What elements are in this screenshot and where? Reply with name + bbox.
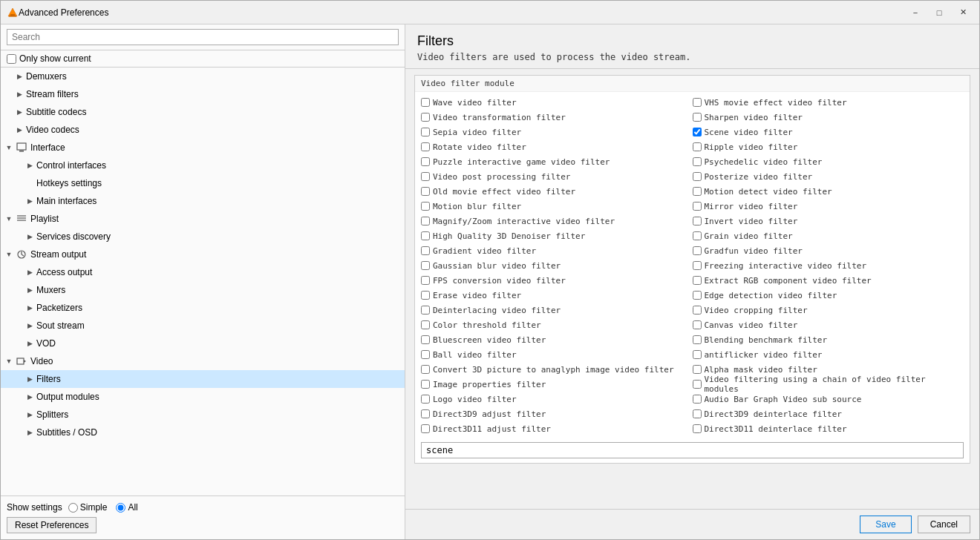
- close-button[interactable]: ✕: [953, 5, 973, 20]
- filter-posterize-label: Posterize video filter: [705, 172, 813, 182]
- filter-blending-checkbox[interactable]: [693, 335, 702, 344]
- filter-d3d9-deinterlace-checkbox[interactable]: [693, 409, 702, 418]
- filter-antiflicker-checkbox[interactable]: [693, 350, 702, 359]
- filter-color-threshold-checkbox[interactable]: [421, 320, 430, 329]
- filter-d3d9-deinterlace-label: Direct3D9 deinterlace filter: [705, 409, 842, 419]
- filter-d3d11-adjust-checkbox[interactable]: [421, 424, 430, 433]
- search-input[interactable]: [7, 29, 399, 45]
- filter-vhs-label: VHS movie effect video filter: [705, 98, 847, 108]
- filter-scene-checkbox[interactable]: [693, 128, 702, 136]
- sidebar-item-filters[interactable]: ▶ Filters: [1, 370, 405, 388]
- filter-extract-rgb-checkbox[interactable]: [693, 276, 702, 285]
- filter-logo-checkbox[interactable]: [421, 395, 430, 404]
- sidebar-item-services-discovery[interactable]: ▶ Services discovery: [1, 228, 405, 246]
- filter-fps-checkbox[interactable]: [421, 276, 430, 285]
- sidebar-item-stream-output[interactable]: ▼ Stream output: [1, 246, 405, 263]
- filter-gradient-checkbox[interactable]: [421, 246, 430, 255]
- minimize-button[interactable]: −: [905, 5, 926, 20]
- filter-anaglyph-checkbox[interactable]: [421, 365, 430, 374]
- filter-vpp-checkbox[interactable]: [421, 172, 430, 181]
- filter-canvas-checkbox[interactable]: [693, 320, 702, 329]
- filter-sharpen-checkbox[interactable]: [693, 113, 702, 122]
- filter-rotate-checkbox[interactable]: [421, 142, 430, 151]
- sidebar-item-output-modules[interactable]: ▶ Output modules: [1, 388, 405, 406]
- sidebar-item-vod[interactable]: ▶ VOD: [1, 335, 405, 352]
- simple-radio[interactable]: [68, 503, 78, 513]
- filter-alpha-mask-checkbox[interactable]: [693, 365, 702, 374]
- sidebar-item-video[interactable]: ▼ Video: [1, 352, 405, 370]
- filter-erase: Erase video filter: [421, 288, 693, 303]
- filter-puzzle-checkbox[interactable]: [421, 157, 430, 166]
- sidebar-item-splitters[interactable]: ▶ Splitters: [1, 406, 405, 424]
- filter-old-movie-checkbox[interactable]: [421, 187, 430, 196]
- sidebar-item-control-interfaces[interactable]: ▶ Control interfaces: [1, 157, 405, 174]
- sidebar-item-subtitle-codecs[interactable]: ▶ Subtitle codecs: [1, 103, 405, 121]
- sidebar-item-stream-filters[interactable]: ▶ Stream filters: [1, 85, 405, 103]
- sidebar-item-packetizers[interactable]: ▶ Packetizers: [1, 299, 405, 317]
- filter-audio-bar-checkbox[interactable]: [693, 395, 702, 404]
- maximize-button[interactable]: □: [929, 5, 950, 20]
- filter-ball-label: Ball video filter: [433, 350, 517, 360]
- arrow-icon: ▶: [24, 285, 35, 295]
- sidebar-item-muxers[interactable]: ▶ Muxers: [1, 281, 405, 299]
- all-radio-label[interactable]: All: [116, 502, 137, 513]
- arrow-icon: ▶: [24, 320, 35, 331]
- filter-motion-blur-checkbox[interactable]: [421, 202, 430, 211]
- only-show-current-label: Only show current: [19, 53, 91, 64]
- vlc-icon: [7, 7, 19, 19]
- sidebar-item-access-output[interactable]: ▶ Access output: [1, 263, 405, 281]
- filter-vhs-checkbox[interactable]: [693, 98, 702, 107]
- filter-grain-checkbox[interactable]: [693, 231, 702, 240]
- cancel-button[interactable]: Cancel: [918, 516, 970, 533]
- filter-erase-checkbox[interactable]: [421, 291, 430, 300]
- sidebar-item-subtitles-osd[interactable]: ▶ Subtitles / OSD: [1, 424, 405, 441]
- filter-motion-detect-checkbox[interactable]: [693, 187, 702, 196]
- filter-ripple-checkbox[interactable]: [693, 142, 702, 151]
- sidebar-item-demuxers[interactable]: ▶ Demuxers: [1, 68, 405, 85]
- arrow-icon: ▼: [4, 356, 14, 366]
- sidebar-item-interface[interactable]: ▼ Interface: [1, 139, 405, 157]
- filter-d3d9-adjust-checkbox[interactable]: [421, 409, 430, 418]
- filter-wave-checkbox[interactable]: [421, 98, 430, 107]
- filter-invert-checkbox[interactable]: [693, 217, 702, 225]
- simple-radio-label[interactable]: Simple: [68, 502, 108, 513]
- filter-grain-label: Grain video filter: [705, 231, 793, 241]
- window-controls: − □ ✕: [905, 5, 973, 20]
- filter-d3d9-adjust-label: Direct3D9 adjust filter: [433, 409, 546, 419]
- filter-old-movie-label: Old movie effect video filter: [433, 187, 575, 197]
- sidebar-item-main-interfaces[interactable]: ▶ Main interfaces: [1, 192, 405, 210]
- sidebar-item-hotkeys-settings[interactable]: ▶ Hotkeys settings: [1, 174, 405, 192]
- filter-mirror-checkbox[interactable]: [693, 202, 702, 211]
- sidebar-item-playlist[interactable]: ▼ Playlist: [1, 210, 405, 228]
- reset-preferences-button[interactable]: Reset Preferences: [7, 517, 97, 533]
- filter-deinterlacing-checkbox[interactable]: [421, 306, 430, 315]
- filter-vpp-label: Video post processing filter: [433, 172, 570, 182]
- filter-gaussian-checkbox[interactable]: [421, 261, 430, 270]
- filter-edge-detection: Edge detection video filter: [693, 288, 964, 303]
- filter-video-cropping-checkbox[interactable]: [693, 306, 702, 315]
- filter-sepia-checkbox[interactable]: [421, 128, 430, 136]
- sidebar-item-sout-stream[interactable]: ▶ Sout stream: [1, 317, 405, 335]
- sidebar-item-video-codecs[interactable]: ▶ Video codecs: [1, 121, 405, 139]
- filter-freezing-checkbox[interactable]: [693, 261, 702, 270]
- filter-hq3d-checkbox[interactable]: [421, 231, 430, 240]
- filter-bluescreen-checkbox[interactable]: [421, 335, 430, 344]
- arrow-icon: ▶: [24, 392, 35, 402]
- filter-edge-detection-checkbox[interactable]: [693, 291, 702, 300]
- filter-image-props-checkbox[interactable]: [421, 380, 430, 389]
- panel-header: Filters Video filters are used to proces…: [405, 24, 979, 69]
- filter-gradfun-checkbox[interactable]: [693, 246, 702, 255]
- filter-ball-checkbox[interactable]: [421, 350, 430, 359]
- filter-video-transformation-checkbox[interactable]: [421, 113, 430, 122]
- filter-psychedelic-checkbox[interactable]: [693, 157, 702, 166]
- all-radio[interactable]: [116, 503, 125, 513]
- filter-chain-checkbox[interactable]: [693, 380, 702, 389]
- filter-posterize-checkbox[interactable]: [693, 172, 702, 181]
- filter-d3d11-deinterlace-checkbox[interactable]: [693, 424, 702, 433]
- filter-search-input[interactable]: [421, 442, 964, 458]
- only-show-current-checkbox[interactable]: [7, 54, 16, 64]
- filter-logo: Logo video filter: [421, 392, 693, 406]
- save-button[interactable]: Save: [860, 516, 911, 533]
- filter-magnify-checkbox[interactable]: [421, 217, 430, 225]
- svg-rect-3: [17, 143, 26, 150]
